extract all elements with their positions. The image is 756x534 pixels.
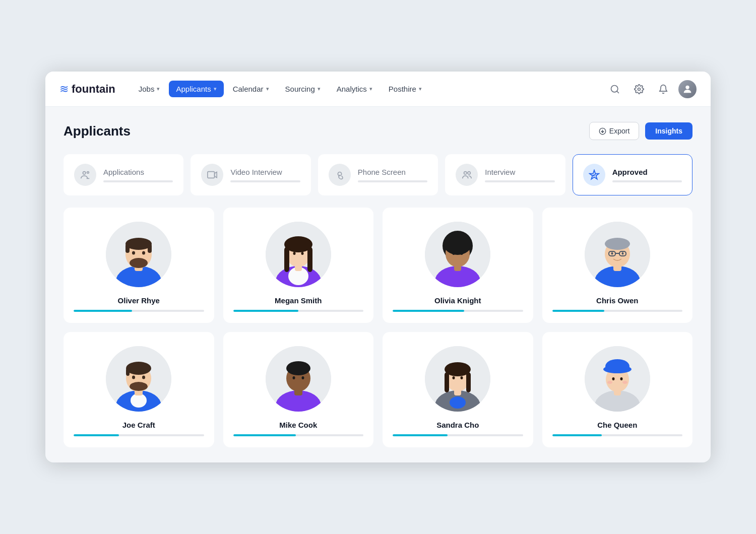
video-interview-icon (201, 164, 223, 186)
progress-fill-che-queen (552, 434, 602, 436)
header-actions: Export Insights (589, 122, 692, 140)
svg-rect-58 (126, 368, 130, 376)
applicant-name-mike-cook: Mike Cook (279, 421, 317, 429)
chevron-down-icon: ▾ (157, 86, 160, 92)
nav-item-analytics[interactable]: Analytics ▾ (330, 81, 380, 97)
notifications-button[interactable] (654, 80, 672, 98)
progress-bar-che-queen (552, 434, 683, 436)
applicant-card-che-queen[interactable]: Che Queen (542, 332, 693, 447)
nav-item-sourcing[interactable]: Sourcing ▾ (278, 81, 328, 97)
logo[interactable]: ≋ fountain (59, 83, 115, 96)
settings-button[interactable] (630, 80, 648, 98)
stage-tab-approved[interactable]: Approved (573, 154, 692, 195)
nav-item-posthire[interactable]: Posthire ▾ (382, 81, 429, 97)
svg-rect-29 (284, 247, 289, 272)
svg-point-71 (450, 396, 466, 409)
applicant-card-chris-owen[interactable]: Chris Owen (542, 208, 693, 323)
svg-point-12 (468, 172, 471, 175)
avatar-joe-craft (106, 346, 171, 412)
progress-bar-megan-smith (233, 310, 364, 312)
svg-rect-18 (125, 244, 130, 253)
applicant-grid: Oliver Rhye (64, 208, 692, 447)
chevron-down-icon: ▾ (318, 86, 321, 92)
svg-rect-8 (208, 172, 215, 178)
svg-point-11 (464, 172, 467, 175)
approved-tab-content: Approved (612, 168, 682, 182)
applicant-name-joe-craft: Joe Craft (122, 421, 155, 429)
svg-point-86 (620, 377, 622, 380)
stage-tab-applications[interactable]: Applications (64, 154, 183, 195)
approved-label: Approved (612, 168, 682, 176)
svg-point-50 (611, 252, 613, 255)
nav-item-jobs[interactable]: Jobs ▾ (132, 81, 167, 97)
stage-tab-video-interview[interactable]: Video Interview (191, 154, 310, 195)
stage-tab-phone-screen[interactable]: Phone Screen (318, 154, 438, 195)
phone-screen-label: Phone Screen (358, 168, 427, 176)
svg-point-32 (301, 252, 303, 255)
progress-bar-joe-craft (74, 434, 204, 436)
svg-point-2 (638, 88, 641, 90)
avatar-mike-cook (266, 346, 331, 412)
logo-text: fountain (72, 83, 115, 96)
stage-tabs: Applications Video Interview (64, 154, 692, 195)
chevron-down-icon: ▾ (214, 86, 217, 92)
interview-icon (456, 164, 478, 186)
progress-bar-mike-cook (233, 434, 364, 436)
progress-fill-megan-smith (233, 310, 298, 312)
insights-button[interactable]: Insights (645, 122, 692, 140)
svg-point-6 (83, 172, 86, 175)
avatar-che-queen (585, 346, 650, 412)
applicant-card-joe-craft[interactable]: Joe Craft (64, 332, 214, 447)
approved-progress-bar (612, 180, 682, 182)
progress-fill-olivia-knight (393, 310, 464, 312)
svg-rect-76 (466, 372, 471, 392)
avatar-megan-smith (266, 222, 331, 287)
svg-point-39 (444, 233, 472, 255)
avatar-oliver-rhye (106, 222, 171, 287)
applicant-name-megan-smith: Megan Smith (275, 296, 322, 305)
phone-screen-icon (329, 164, 351, 186)
applicant-card-mike-cook[interactable]: Mike Cook (223, 332, 374, 447)
main-content: Applicants Export Insights (45, 107, 711, 462)
chevron-down-icon: ▾ (266, 86, 269, 92)
applications-tab-content: Applications (103, 168, 173, 182)
interview-tab-content: Interview (485, 168, 554, 182)
navigation: ≋ fountain Jobs ▾ Applicants ▾ Calendar … (45, 72, 711, 107)
applicant-card-olivia-knight[interactable]: Olivia Knight (383, 208, 533, 323)
nav-items: Jobs ▾ Applicants ▾ Calendar ▾ Sourcing … (132, 81, 606, 97)
page-title: Applicants (64, 123, 131, 139)
svg-point-60 (132, 376, 135, 379)
svg-point-46 (605, 238, 630, 250)
stage-tab-interview[interactable]: Interview (445, 154, 565, 195)
applicant-card-megan-smith[interactable]: Megan Smith (223, 208, 374, 323)
svg-point-21 (132, 251, 135, 255)
applications-icon (74, 164, 96, 186)
export-button[interactable]: Export (589, 122, 639, 140)
svg-point-41 (461, 252, 463, 255)
progress-fill-mike-cook (233, 434, 296, 436)
applicant-name-olivia-knight: Olivia Knight (434, 296, 481, 305)
search-button[interactable] (606, 80, 624, 98)
phone-screen-tab-content: Phone Screen (358, 168, 427, 182)
chevron-down-icon: ▾ (419, 86, 422, 92)
svg-point-68 (301, 376, 304, 379)
nav-item-applicants[interactable]: Applicants ▾ (169, 81, 223, 97)
svg-point-51 (621, 252, 623, 255)
applicant-card-oliver-rhye[interactable]: Oliver Rhye (64, 208, 214, 323)
avatar-chris-owen (585, 222, 650, 287)
applicant-name-sandra-cho: Sandra Cho (436, 421, 479, 429)
nav-item-calendar[interactable]: Calendar ▾ (226, 81, 276, 97)
progress-bar-sandra-cho (393, 434, 523, 436)
app-window: ≋ fountain Jobs ▾ Applicants ▾ Calendar … (45, 72, 711, 462)
video-interview-label: Video Interview (230, 168, 300, 176)
avatar-olivia-knight (425, 222, 490, 287)
user-avatar[interactable] (678, 80, 697, 98)
progress-bar-chris-owen (552, 310, 683, 312)
svg-point-59 (130, 382, 148, 391)
svg-line-1 (617, 91, 619, 93)
svg-point-57 (126, 362, 151, 375)
video-interview-progress-bar (230, 180, 300, 182)
video-interview-tab-content: Video Interview (230, 168, 300, 182)
applicant-card-sandra-cho[interactable]: Sandra Cho (383, 332, 533, 447)
applicant-name-chris-owen: Chris Owen (596, 296, 638, 305)
